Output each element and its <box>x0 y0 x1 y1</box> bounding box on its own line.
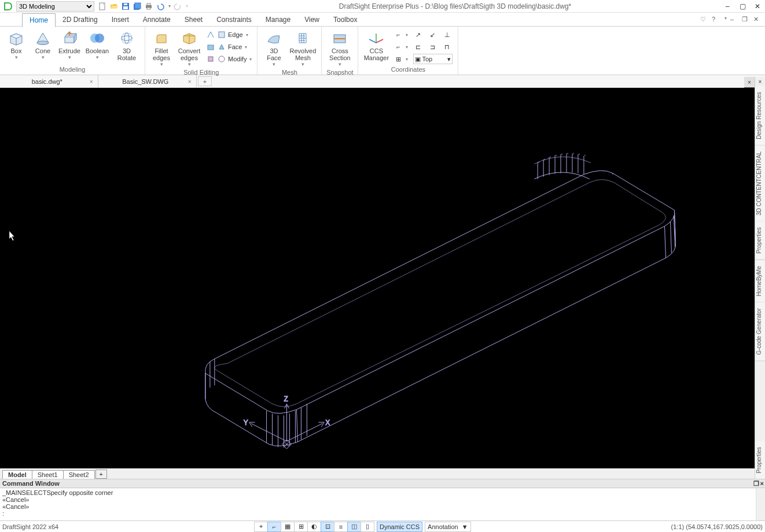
status-btn-qinput[interactable]: ▯ <box>361 522 374 532</box>
tab-constraints[interactable]: Constraints <box>209 13 259 26</box>
modify-button[interactable]: Modify▾ <box>204 53 253 65</box>
redo-dropdown-icon[interactable]: ▾ <box>186 3 188 9</box>
redo-icon[interactable] <box>173 2 182 11</box>
status-dynamic-ccs[interactable]: Dynamic CCS <box>377 522 422 532</box>
convert-edges-button[interactable]: Convert edges▾ <box>175 29 203 68</box>
cmd-dock-icon[interactable]: ❐ <box>753 480 759 487</box>
coordinates-group-label: Coordinates <box>362 65 454 73</box>
cross-section-icon <box>330 30 349 46</box>
doc-tab-basic[interactable]: basic.dwg*× <box>0 75 98 87</box>
panel-close-icon[interactable]: × <box>744 77 755 87</box>
undo-icon[interactable] <box>156 2 165 11</box>
doc-restore-button[interactable]: ❐ <box>742 16 750 24</box>
tab-sheet[interactable]: Sheet <box>178 13 209 26</box>
command-window-header[interactable]: Command Window ❐ × <box>0 479 765 488</box>
panel-design-resources[interactable]: Design Resources <box>755 86 765 146</box>
new-icon[interactable] <box>98 2 107 11</box>
svg-point-12 <box>95 34 104 43</box>
work-area: Z X Y <box>0 88 755 468</box>
status-btn-etrack[interactable]: ≡ <box>334 522 348 532</box>
tab-annotate[interactable]: Annotate <box>136 13 178 26</box>
document-tabs: basic.dwg*× Basic_SW.DWG× + <box>0 75 765 88</box>
revolved-mesh-button[interactable]: Revolved Mesh▾ <box>288 29 318 68</box>
workspace-selector[interactable]: 3D Modeling <box>16 1 94 12</box>
modify-icon-2 <box>217 54 226 64</box>
status-btn-lwt[interactable]: ◫ <box>347 522 361 532</box>
coord-row3[interactable]: ⊞▾ ▣Top▾ <box>392 53 454 65</box>
tab-manage[interactable]: Manage <box>259 13 297 26</box>
tab-view[interactable]: View <box>297 13 326 26</box>
command-window[interactable]: _MAINSELECTSpecify opposite corner «Canc… <box>0 488 765 520</box>
doc-close-button[interactable]: ✕ <box>753 16 762 24</box>
tab-home[interactable]: Home <box>22 13 56 27</box>
status-btn-snap[interactable]: ⌐ <box>267 522 281 532</box>
panel-3d-contentcentral[interactable]: 3D CONTENTCENTRAL <box>755 146 765 222</box>
panel-gcode[interactable]: G-code Generator <box>755 302 765 361</box>
saveall-icon[interactable] <box>133 2 142 11</box>
tab-insert[interactable]: Insert <box>105 13 136 26</box>
svg-line-24 <box>369 39 376 43</box>
close-icon[interactable]: × <box>188 78 192 85</box>
sheet-model[interactable]: Model <box>2 470 32 479</box>
cone-button[interactable]: Cone▾ <box>30 29 56 61</box>
cube-icon: ▣ <box>415 56 421 63</box>
help-dropdown-icon[interactable]: ▾ <box>724 16 727 24</box>
drawing-viewport[interactable]: Z X Y <box>0 88 755 468</box>
add-document-button[interactable]: + <box>198 76 212 86</box>
tab-toolbox[interactable]: Toolbox <box>326 13 364 26</box>
close-icon[interactable]: × <box>90 78 93 85</box>
close-button[interactable]: ✕ <box>752 2 763 10</box>
view-orientation-select[interactable]: ▣Top▾ <box>413 54 453 64</box>
box-button[interactable]: Box▾ <box>3 29 29 61</box>
status-annotation[interactable]: Annotation ▼ <box>425 522 471 532</box>
sheet-tabs: Model Sheet1 Sheet2 + <box>0 468 755 479</box>
doc-tab-basic-sw[interactable]: Basic_SW.DWG× <box>98 75 197 87</box>
panel-properties[interactable]: Properties <box>755 221 765 260</box>
print-icon[interactable] <box>144 2 153 11</box>
svg-point-15 <box>124 33 129 43</box>
face-button[interactable]: Face▾ <box>204 41 253 53</box>
panel-homebyme[interactable]: HomeByMe <box>755 260 765 302</box>
extrude-button[interactable]: Extrude▾ <box>57 29 82 61</box>
convert-icon <box>180 30 198 46</box>
add-sheet-button[interactable]: + <box>95 470 107 479</box>
help-icon[interactable]: ? <box>712 16 720 24</box>
window-controls: – ▢ ✕ <box>722 2 763 10</box>
sheet-2[interactable]: Sheet2 <box>63 470 95 479</box>
status-btn-ortho[interactable]: ⊞ <box>294 522 308 532</box>
undo-dropdown-icon[interactable]: ▾ <box>168 3 171 9</box>
sheet-1[interactable]: Sheet1 <box>32 470 64 479</box>
svg-text:X: X <box>325 419 330 427</box>
cmd-line: «Cancel» <box>2 496 763 503</box>
save-icon[interactable] <box>121 2 130 11</box>
ccs-manager-icon <box>367 30 385 46</box>
doc-minimize-button[interactable]: – <box>730 16 738 24</box>
status-btn-polar[interactable]: ◐ <box>307 522 321 532</box>
3d-rotate-button[interactable]: 3D Rotate <box>112 29 141 62</box>
tab-2d-drafting[interactable]: 2D Drafting <box>56 13 105 26</box>
maximize-button[interactable]: ▢ <box>737 2 748 10</box>
3d-face-icon <box>264 30 283 46</box>
coord-row2[interactable]: ⌐▾ ⊏ ⊐ ⊓ <box>392 41 454 53</box>
edge-button[interactable]: Edge▾ <box>204 29 253 40</box>
fillet-edges-button[interactable]: Fillet edges▾ <box>149 29 174 68</box>
status-coordinates: (1:1) (54.0574,167.9025,0.0000) <box>671 523 763 530</box>
boolean-button[interactable]: Boolean▾ <box>83 29 111 61</box>
status-btn-1[interactable]: ⌖ <box>254 522 268 532</box>
status-btn-esnap[interactable]: ⊡ <box>321 522 334 532</box>
open-icon[interactable] <box>109 2 119 11</box>
status-btn-grid[interactable]: ▦ <box>281 522 295 532</box>
ribbon: Box▾ Cone▾ Extrude▾ Boolean▾ 3D Rotate M… <box>0 27 765 75</box>
cross-section-button[interactable]: Cross Section▾ <box>325 29 354 68</box>
3d-face-button[interactable]: 3D Face▾ <box>261 29 286 68</box>
minimize-button[interactable]: – <box>722 2 733 10</box>
heart-icon[interactable]: ♡ <box>700 16 708 24</box>
scrollbar[interactable] <box>756 489 765 520</box>
cmd-close-icon[interactable]: × <box>760 480 764 487</box>
ccs-manager-button[interactable]: CCS Manager <box>362 29 391 62</box>
panel-properties-2[interactable]: Properties <box>755 441 765 480</box>
coord-row1[interactable]: ⌐▾ ↗ ↙ ⊥ <box>392 29 454 40</box>
app-logo[interactable] <box>2 1 14 12</box>
cmd-prompt[interactable]: : <box>2 510 763 517</box>
panel-pin-icon[interactable]: × <box>755 77 765 86</box>
